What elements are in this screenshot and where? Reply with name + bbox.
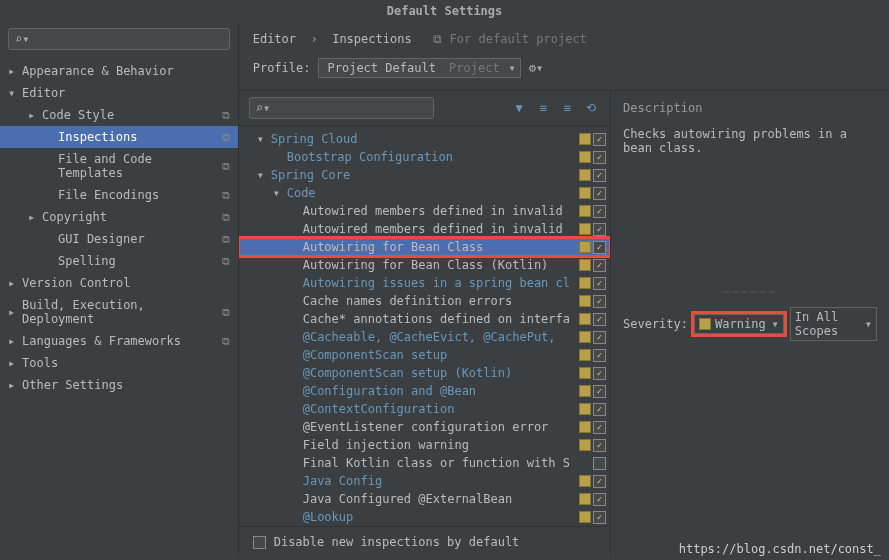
inspection-label: Java Configured @ExternalBean <box>303 491 574 507</box>
inspection-row[interactable]: ▾ Spring Cloud <box>239 130 610 148</box>
inspection-checkbox[interactable] <box>593 295 606 308</box>
sidebar-item-label: Other Settings <box>22 378 230 392</box>
inspection-checkbox[interactable] <box>593 187 606 200</box>
filter-icon[interactable]: ▼ <box>510 99 528 117</box>
reset-icon[interactable]: ⟲ <box>582 99 600 117</box>
inspection-tree[interactable]: ▾ Spring CloudBootstrap Configuration▾ S… <box>239 126 610 526</box>
inspection-row[interactable]: @ComponentScan setup <box>239 346 610 364</box>
breadcrumb-editor[interactable]: Editor <box>253 32 296 46</box>
inspection-checkbox[interactable] <box>593 133 606 146</box>
sidebar-item[interactable]: File and Code Templates⧉ <box>0 148 238 184</box>
inspection-row[interactable]: Autowired members defined in invalid <box>239 202 610 220</box>
inspection-search-input[interactable] <box>274 101 427 115</box>
sidebar-search-input[interactable] <box>33 32 222 46</box>
sidebar-item-label: Appearance & Behavior <box>22 64 230 78</box>
sidebar-item[interactable]: ▸Copyright⧉ <box>0 206 238 228</box>
inspection-checkbox[interactable] <box>593 223 606 236</box>
severity-indicator <box>579 151 591 163</box>
inspection-row[interactable]: @Configuration and @Bean <box>239 382 610 400</box>
breadcrumb: Editor › Inspections ⧉ For default proje… <box>239 22 889 54</box>
inspection-checkbox[interactable] <box>593 511 606 524</box>
inspection-search[interactable]: ⌕▾ <box>249 97 434 119</box>
inspection-checkbox[interactable] <box>593 169 606 182</box>
inspection-checkbox[interactable] <box>593 313 606 326</box>
inspection-checkbox[interactable] <box>593 349 606 362</box>
sidebar-item[interactable]: ▸Tools <box>0 352 238 374</box>
inspection-row[interactable]: ▾ Code <box>239 184 610 202</box>
inspection-checkbox[interactable] <box>593 277 606 290</box>
inspection-row[interactable]: @Lookup <box>239 508 610 526</box>
copy-icon: ⧉ <box>222 255 230 268</box>
sidebar-item[interactable]: ▸Version Control <box>0 272 238 294</box>
inspection-row[interactable]: Java Configured @ExternalBean <box>239 490 610 508</box>
sidebar-item-label: Version Control <box>22 276 230 290</box>
sidebar-item-label: Code Style <box>42 108 222 122</box>
collapse-icon[interactable]: ≡ <box>558 99 576 117</box>
inspection-row[interactable]: Autowiring for Bean Class (Kotlin) <box>239 256 610 274</box>
inspection-checkbox[interactable] <box>593 493 606 506</box>
inspection-row[interactable]: Final Kotlin class or function with S <box>239 454 610 472</box>
sidebar-item[interactable]: ▸Other Settings <box>0 374 238 396</box>
expand-icon[interactable]: ≡ <box>534 99 552 117</box>
sidebar-item-label: Tools <box>22 356 230 370</box>
severity-indicator <box>579 493 591 505</box>
inspection-checkbox[interactable] <box>593 457 606 470</box>
sidebar-item[interactable]: ▸Code Style⧉ <box>0 104 238 126</box>
sidebar-item-label: Build, Execution, Deployment <box>22 298 222 326</box>
inspection-checkbox[interactable] <box>593 151 606 164</box>
disable-checkbox[interactable] <box>253 536 266 549</box>
inspection-row[interactable]: @ContextConfiguration <box>239 400 610 418</box>
inspection-checkbox[interactable] <box>593 385 606 398</box>
breadcrumb-inspections[interactable]: Inspections <box>332 32 411 46</box>
inspection-label: Spring Core <box>271 167 574 183</box>
inspection-row[interactable]: ▾ Spring Core <box>239 166 610 184</box>
inspection-checkbox[interactable] <box>593 475 606 488</box>
sidebar-item[interactable]: Inspections⧉ <box>0 126 238 148</box>
content-area: Editor › Inspections ⧉ For default proje… <box>239 22 889 557</box>
inspection-checkbox[interactable] <box>593 439 606 452</box>
watermark: https://blog.csdn.net/const_ <box>679 542 881 556</box>
inspection-checkbox[interactable] <box>593 241 606 254</box>
sidebar-item[interactable]: ▸Build, Execution, Deployment⧉ <box>0 294 238 330</box>
sidebar-item[interactable]: ▸Appearance & Behavior <box>0 60 238 82</box>
inspection-checkbox[interactable] <box>593 331 606 344</box>
profile-dropdown[interactable]: Project Default Project <box>318 58 520 78</box>
main-container: ⌕▾ ▸Appearance & Behavior▾Editor▸Code St… <box>0 22 889 557</box>
scope-dropdown[interactable]: In All Scopes <box>790 307 877 341</box>
inspection-label: Autowiring for Bean Class <box>303 239 574 255</box>
inspection-row[interactable]: @Cacheable, @CacheEvict, @CachePut, <box>239 328 610 346</box>
copy-icon: ⧉ <box>222 233 230 246</box>
sidebar-item[interactable]: ▾Editor <box>0 82 238 104</box>
inspection-row[interactable]: Autowiring for Bean Class <box>239 238 610 256</box>
inspection-row[interactable]: Cache names definition errors <box>239 292 610 310</box>
severity-indicator <box>579 385 591 397</box>
inspection-row[interactable]: Java Config <box>239 472 610 490</box>
inspection-checkbox[interactable] <box>593 259 606 272</box>
chevron-icon: ▸ <box>8 378 16 392</box>
inspection-checkbox[interactable] <box>593 367 606 380</box>
inspection-label: Java Config <box>303 473 574 489</box>
sidebar-item[interactable]: File Encodings⧉ <box>0 184 238 206</box>
severity-dropdown[interactable]: Warning <box>694 314 784 334</box>
inspection-row[interactable]: @EventListener configuration error <box>239 418 610 436</box>
inspection-row[interactable]: Autowired members defined in invalid <box>239 220 610 238</box>
inspection-label: Field injection warning <box>303 437 574 453</box>
inspection-row[interactable]: Autowiring issues in a spring bean cl <box>239 274 610 292</box>
inspection-row[interactable]: Bootstrap Configuration <box>239 148 610 166</box>
inspection-checkbox[interactable] <box>593 205 606 218</box>
sidebar-item[interactable]: ▸Languages & Frameworks⧉ <box>0 330 238 352</box>
sidebar-item[interactable]: Spelling⧉ <box>0 250 238 272</box>
sidebar-item[interactable]: GUI Designer⧉ <box>0 228 238 250</box>
inspection-checkbox[interactable] <box>593 403 606 416</box>
gear-icon[interactable]: ⚙▾ <box>529 61 543 75</box>
severity-indicator <box>579 223 591 235</box>
inspection-checkbox[interactable] <box>593 421 606 434</box>
inspection-row[interactable]: @ComponentScan setup (Kotlin) <box>239 364 610 382</box>
inspection-row[interactable]: Cache* annotations defined on interfa <box>239 310 610 328</box>
sidebar-tree: ▸Appearance & Behavior▾Editor▸Code Style… <box>0 56 238 557</box>
copy-icon: ⧉ <box>222 211 230 224</box>
sidebar-search[interactable]: ⌕▾ <box>8 28 230 50</box>
sidebar-item-label: GUI Designer <box>58 232 222 246</box>
inspection-row[interactable]: Field injection warning <box>239 436 610 454</box>
disable-label: Disable new inspections by default <box>274 535 520 549</box>
